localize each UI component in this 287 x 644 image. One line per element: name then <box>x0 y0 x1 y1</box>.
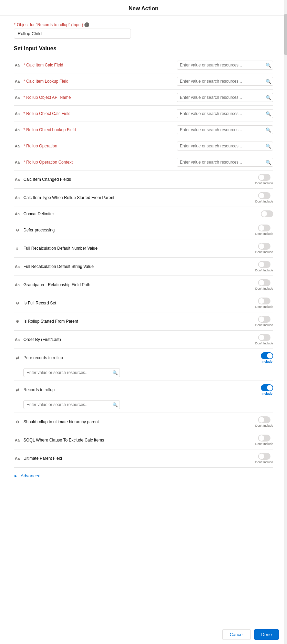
field-label-rollup-object-calc-field: * Rollup Object Calc Field <box>23 111 174 116</box>
toggle-records-to-rollup[interactable] <box>261 384 273 391</box>
field-input-calc-item-calc-field[interactable] <box>177 61 273 70</box>
toggle-label-calc-item-changed-fields: Don't Include <box>255 181 273 185</box>
field-icon-calc-item-changed-fields: Aa <box>14 176 21 183</box>
field-input-rollup-object-lookup-field[interactable] <box>177 125 273 134</box>
field-label-calc-item-changed-fields: Calc Item Changed Fields <box>23 177 253 182</box>
field-input-prior-records-to-rollup[interactable] <box>23 368 120 377</box>
toggle-defer-processing[interactable] <box>258 225 270 231</box>
toggle-full-recalculation-default-string[interactable] <box>258 261 270 268</box>
toggle-calc-item-changed-fields[interactable] <box>258 174 270 181</box>
field-input-rollup-operation-context[interactable] <box>177 158 273 167</box>
toggle-wrapper-order-by-first-last: Don't Include <box>255 334 273 345</box>
field-row-rollup-object-api-name: Aa* Rollup Object API Name🔍 <box>14 90 273 106</box>
field-input-calc-item-lookup-field[interactable] <box>177 77 273 86</box>
search-button-rollup-object-api-name[interactable]: 🔍 <box>266 95 271 100</box>
scrollbar-thumb[interactable] <box>284 14 287 55</box>
field-input-records-to-rollup[interactable] <box>23 400 120 409</box>
search-button-rollup-object-lookup-field[interactable]: 🔍 <box>266 127 271 133</box>
cancel-button[interactable]: Cancel <box>222 629 250 640</box>
field-row-rollup-operation-context: Aa* Rollup Operation Context🔍 <box>14 154 273 170</box>
field-label-calc-item-type-when-rollup: Calc Item Type When Rollup Started From … <box>23 195 253 200</box>
field-top-row-prior-records-to-rollup: ⇄Prior records to rollupInclude <box>14 352 273 363</box>
done-button[interactable]: Done <box>254 629 279 640</box>
search-button-calc-item-calc-field[interactable]: 🔍 <box>266 63 271 68</box>
field-input-wrapper-rollup-operation: 🔍 <box>177 142 273 150</box>
toggle-is-full-record-set[interactable] <box>258 298 270 304</box>
field-row-rollup-operation: Aa* Rollup Operation🔍 <box>14 138 273 154</box>
field-icon-rollup-object-calc-field: Aa <box>14 110 21 117</box>
field-label-concat-delimiter: Concat Delimiter <box>23 211 258 216</box>
field-top-row-records-to-rollup: ⇄Records to rollupInclude <box>14 384 273 395</box>
info-icon[interactable]: i <box>84 22 89 27</box>
toggle-should-rollup-ultimate-hierarchy[interactable] <box>258 416 270 423</box>
search-button-rollup-operation-context[interactable]: 🔍 <box>266 160 271 165</box>
field-row-should-rollup-ultimate-hierarchy: ⊙Should rollup to ultimate hierarchy par… <box>14 413 273 431</box>
search-button-prior-records-to-rollup[interactable]: 🔍 <box>112 370 118 375</box>
field-icon-order-by-first-last: Aa <box>14 336 21 343</box>
toggle-grandparent-relationship-field[interactable] <box>258 279 270 286</box>
toggle-full-recalculation-default-number[interactable] <box>258 243 270 250</box>
modal-container: New Action * Object for "Records to roll… <box>0 0 287 644</box>
toggle-order-by-first-last[interactable] <box>258 334 270 341</box>
field-label-defer-processing: Defer processing <box>23 228 253 232</box>
field-row-order-by-first-last: AaOrder By (First/Last)Don't Include <box>14 331 273 349</box>
toggle-soql-where-clause[interactable] <box>258 435 270 442</box>
field-row-ultimate-parent-field: AaUltimate Parent FieldDon't Include <box>14 449 273 468</box>
field-label-prior-records-to-rollup: Prior records to rollup <box>23 355 258 360</box>
toggle-is-rollup-started-from-parent[interactable] <box>258 316 270 323</box>
toggle-label-order-by-first-last: Don't Include <box>255 342 273 345</box>
field-input-rollup-object-api-name[interactable] <box>177 93 273 102</box>
toggle-wrapper-soql-where-clause: Don't Include <box>255 435 273 446</box>
field-row-calc-item-changed-fields: AaCalc Item Changed FieldsDon't Include <box>14 170 273 189</box>
field-icon-is-rollup-started-from-parent: ⊙ <box>14 318 21 325</box>
toggle-wrapper-calc-item-type-when-rollup: Don't Include <box>255 192 273 203</box>
search-button-records-to-rollup[interactable]: 🔍 <box>112 402 118 407</box>
field-row-grandparent-relationship-field: AaGrandparent Relationship Field PathDon… <box>14 276 273 294</box>
modal-title: New Action <box>129 6 158 11</box>
search-button-rollup-object-calc-field[interactable]: 🔍 <box>266 111 271 116</box>
field-label-rollup-operation: * Rollup Operation <box>23 144 174 148</box>
field-input-rollup-object-calc-field[interactable] <box>177 109 273 118</box>
toggle-label-records-to-rollup: Include <box>262 392 273 395</box>
field-row-defer-processing: ⊙Defer processingDon't Include <box>14 221 273 239</box>
toggle-wrapper-calc-item-changed-fields: Don't Include <box>255 174 273 185</box>
field-icon-calc-item-lookup-field: Aa <box>14 78 21 85</box>
field-row-calc-item-lookup-field: Aa* Calc Item Lookup Field🔍 <box>14 73 273 90</box>
toggle-label-is-full-record-set: Don't Include <box>255 305 273 309</box>
object-value-box: Rollup Child <box>14 29 131 39</box>
toggle-concat-delimiter[interactable] <box>261 210 273 217</box>
field-input-rollup-operation[interactable] <box>177 142 273 150</box>
section-title: Set Input Values <box>14 45 273 52</box>
toggle-ultimate-parent-field[interactable] <box>258 453 270 460</box>
object-label: * Object for "Records to rollup" (Input)… <box>14 22 273 27</box>
toggle-prior-records-to-rollup[interactable] <box>261 352 273 359</box>
field-label-calc-item-calc-field: * Calc Item Calc Field <box>23 63 174 67</box>
field-label-rollup-operation-context: * Rollup Operation Context <box>23 160 174 165</box>
search-button-rollup-operation[interactable]: 🔍 <box>266 144 271 149</box>
field-icon-is-full-record-set: ⊙ <box>14 300 21 307</box>
field-row-rollup-object-lookup-field: Aa* Rollup Object Lookup Field🔍 <box>14 122 273 138</box>
field-icon-rollup-object-api-name: Aa <box>14 94 21 101</box>
toggle-label-soql-where-clause: Don't Include <box>255 442 273 446</box>
search-button-calc-item-lookup-field[interactable]: 🔍 <box>266 79 271 84</box>
field-input-wrapper-prior-records-to-rollup: 🔍 <box>23 368 120 377</box>
field-row-soql-where-clause: AaSOQL Where Clause To Exclude Calc Item… <box>14 431 273 449</box>
toggle-wrapper-is-full-record-set: Don't Include <box>255 298 273 309</box>
field-icon-calc-item-type-when-rollup: Aa <box>14 194 21 201</box>
toggle-label-is-rollup-started-from-parent: Don't Include <box>255 323 273 327</box>
field-row-full-recalculation-default-number: #Full Recalculation Default Number Value… <box>14 239 273 258</box>
scrollbar-track <box>284 0 287 644</box>
field-input-wrapper-rollup-object-lookup-field: 🔍 <box>177 125 273 134</box>
field-icon-rollup-operation: Aa <box>14 143 21 149</box>
field-icon-defer-processing: ⊙ <box>14 227 21 233</box>
toggle-label-defer-processing: Don't Include <box>255 232 273 236</box>
toggle-wrapper-ultimate-parent-field: Don't Include <box>255 453 273 464</box>
object-value: Rollup Child <box>18 31 42 36</box>
advanced-row[interactable]: ► Advanced <box>14 468 273 484</box>
toggle-label-calc-item-type-when-rollup: Don't Include <box>255 200 273 203</box>
toggle-wrapper-defer-processing: Don't Include <box>255 225 273 236</box>
field-icon-prior-records-to-rollup: ⇄ <box>14 354 21 361</box>
field-label-soql-where-clause: SOQL Where Clause To Exclude Calc Items <box>23 438 253 443</box>
field-input-wrapper-rollup-object-calc-field: 🔍 <box>177 109 273 118</box>
toggle-calc-item-type-when-rollup[interactable] <box>258 192 270 199</box>
